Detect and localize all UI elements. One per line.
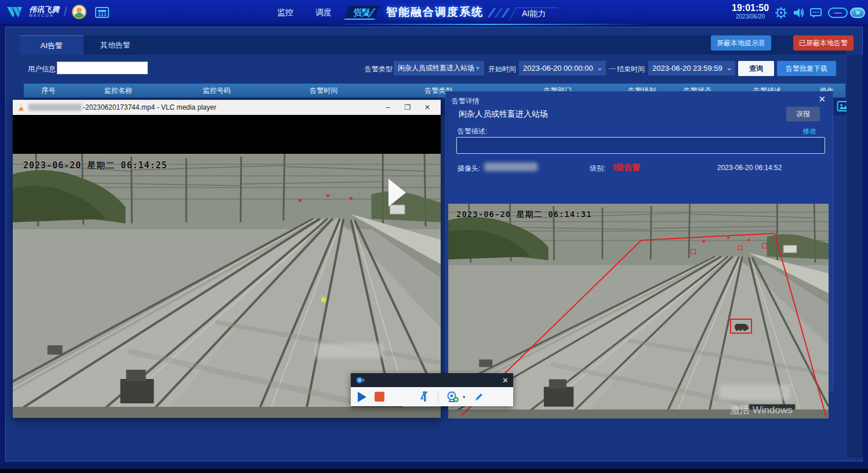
close-app-button[interactable]: ✕ <box>850 8 865 18</box>
filter-bar: 用户信息 告警类型 闲杂人员或牲畜进入站场 ▼ 开始时间 2023-06-20 … <box>6 61 849 78</box>
clock-date: 2023/06/20 <box>732 13 769 20</box>
camera-label: 摄像头: <box>457 164 480 174</box>
start-time-label: 开始时间 <box>488 64 516 74</box>
vlc-cone-icon <box>17 104 25 111</box>
logo-divider: / <box>64 5 67 19</box>
recorder-toolbar: ✕ ▾ <box>351 373 513 406</box>
date-range-separator: — <box>609 64 616 73</box>
animal-detection-box <box>730 319 752 334</box>
video-play-overlay-icon[interactable] <box>388 179 406 207</box>
speaker-volume-icon[interactable] <box>792 6 805 19</box>
query-button[interactable]: 查询 <box>738 61 774 76</box>
clock: 19:01:50 2023/06/20 <box>732 3 769 20</box>
screen-bottom-edge <box>0 469 868 473</box>
recorder-title-bar[interactable]: ✕ <box>351 373 513 387</box>
brand-logo: 伟讯飞腾 MAXCON / <box>6 5 110 19</box>
user-info-label: 用户信息 <box>28 64 56 74</box>
blurred-watermark <box>720 385 790 400</box>
top-bar: 伟讯飞腾 MAXCON / 监控 调度 告警 智能融合调度系统 <box>0 0 868 26</box>
blurred-filename <box>28 104 82 111</box>
level-label: 级别: <box>590 164 605 174</box>
alarm-detail-panel: 告警详情 ✕ 闲杂人员或牲畜进入站场 误报 告警描述: 修改 摄像头: 级别: … <box>445 91 833 391</box>
detail-panel-title: 告警详情 <box>452 96 480 106</box>
batch-download-button[interactable]: 告警批量下载 <box>777 61 836 76</box>
detail-alarm-title: 闲杂人员或牲畜进入站场 <box>459 109 548 120</box>
nav-item-ai[interactable]: AI能力 <box>516 8 551 20</box>
alarm-type-select[interactable]: 闲杂人员或牲畜进入站场 ▼ <box>394 61 484 75</box>
start-time-input[interactable]: 2023-06-20 00:00:00 ⌄ <box>519 61 606 75</box>
false-alarm-button[interactable]: 误报 <box>786 107 820 121</box>
animal-silhouette <box>735 324 749 330</box>
webcam-add-icon[interactable] <box>446 391 459 403</box>
tab-ai-alarm[interactable]: AI告警 <box>20 35 83 55</box>
title-underline <box>325 24 655 25</box>
col-alarm-time: 告警时间 <box>270 86 377 96</box>
vlc-window: -20230620173744.mp4 - VLC media player –… <box>13 100 441 418</box>
toolbar-divider <box>438 391 438 403</box>
record-stop-button[interactable] <box>375 392 384 402</box>
detail-close-icon[interactable]: ✕ <box>818 94 826 104</box>
footer-strip <box>0 461 868 469</box>
col-index: 序号 <box>24 86 73 96</box>
user-avatar[interactable] <box>72 5 86 19</box>
vlc-video-area[interactable]: 2023-06-20 星期二 06:14:25 <box>13 115 441 418</box>
detection-marker <box>691 249 696 254</box>
record-play-button[interactable] <box>358 392 366 402</box>
avatar-head <box>77 8 82 13</box>
vlc-window-controls: – ❐ ✕ <box>379 101 436 114</box>
tab-other-alarm[interactable]: 其他告警 <box>83 35 147 55</box>
minimize-app-button[interactable]: — <box>828 8 848 18</box>
alarm-type-label: 告警类型 <box>365 64 393 74</box>
pencil-annotate-icon[interactable] <box>474 392 484 402</box>
logo-subtext: MAXCON <box>29 13 59 17</box>
fax-phone-icon[interactable] <box>95 5 110 19</box>
col-monitor-name: 监控名称 <box>73 86 164 96</box>
user-info-input[interactable] <box>57 62 148 74</box>
yellow-signal-dot <box>321 297 326 302</box>
logo-text: 伟讯飞腾 <box>29 6 59 13</box>
mute-local-sound-button[interactable]: 屏蔽本地提示音 <box>711 35 771 50</box>
camera-timestamp: 2023-06-20 星期二 06:14:31 <box>456 210 592 220</box>
detection-marker <box>762 243 767 248</box>
logo-mark-icon <box>6 5 26 19</box>
vlc-minimize-button[interactable]: – <box>379 101 397 114</box>
modify-link[interactable]: 修改 <box>802 127 816 136</box>
logo-text-block: 伟讯飞腾 MAXCON <box>29 6 59 17</box>
caret-down-icon[interactable]: ▾ <box>463 394 466 400</box>
dropdown-triangle-icon: ▼ <box>475 61 481 75</box>
vlc-maximize-button[interactable]: ❐ <box>399 101 416 114</box>
level-value: Ⅰ级告警 <box>613 163 640 173</box>
desc-label: 告警描述: <box>457 127 487 136</box>
nav-item-dispatch[interactable]: 调度 <box>311 5 336 20</box>
blurred-watermark <box>315 343 383 358</box>
start-time-value: 2023-06-20 00:00:00 <box>523 64 593 73</box>
vlc-window-title: -20230620173744.mp4 - VLC media player <box>83 103 216 111</box>
app-root: 伟讯飞腾 MAXCON / 监控 调度 告警 智能融合调度系统 <box>0 0 868 473</box>
recorder-controls: ▾ <box>351 387 513 406</box>
avatar-body <box>74 13 84 19</box>
alarm-type-value: 闲杂人员或牲畜进入站场 <box>398 64 474 72</box>
settings-gear-icon[interactable] <box>775 6 787 19</box>
recorder-close-icon[interactable]: ✕ <box>502 376 509 385</box>
alarm-time: 2023-06-20 06:14:52 <box>717 164 782 172</box>
alarm-desc-input[interactable] <box>456 137 825 154</box>
muted-local-alarm-button[interactable]: 已屏蔽本地告警 <box>793 35 854 50</box>
windows-activation-watermark: 激活 Windows <box>730 403 793 417</box>
detection-marker <box>738 245 743 250</box>
end-time-label: 结束时间 <box>617 64 645 74</box>
end-time-value: 2023-06-20 23:59:59 <box>652 64 722 73</box>
chevron-down-icon: ⌄ <box>597 60 603 75</box>
blurred-camera-name <box>484 163 537 171</box>
scroll-gutter[interactable] <box>847 55 863 458</box>
chevron-down-icon: ⌄ <box>726 60 732 75</box>
vlc-title-bar[interactable]: -20230620173744.mp4 - VLC media player –… <box>13 100 441 115</box>
nav-item-monitoring[interactable]: 监控 <box>273 5 298 20</box>
app-title: 智能融合调度系统 <box>383 5 487 20</box>
message-chat-icon[interactable] <box>809 6 822 19</box>
end-time-input[interactable]: 2023-06-20 23:59:59 ⌄ <box>648 61 735 75</box>
vlc-close-button[interactable]: ✕ <box>419 101 436 114</box>
camera-lens-icon <box>355 376 365 384</box>
video-timestamp: 2023-06-20 星期二 06:14:25 <box>23 160 168 171</box>
clock-time: 19:01:50 <box>732 3 769 13</box>
caliper-tool-icon[interactable] <box>420 391 430 403</box>
